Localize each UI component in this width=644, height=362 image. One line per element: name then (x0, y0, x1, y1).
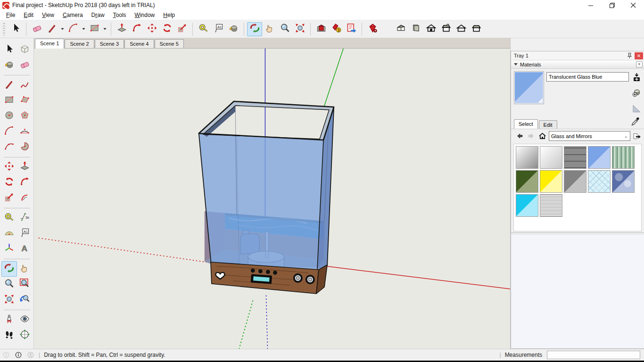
material-swatch-frosted-glass[interactable] (540, 194, 562, 217)
rotate-tool-button[interactable] (1, 175, 17, 190)
scene-tab-3[interactable]: Scene 3 (95, 39, 124, 48)
forward-arrow-icon[interactable] (526, 132, 536, 141)
rotate-tool-button[interactable] (159, 22, 174, 36)
menu-camera[interactable]: Camera (58, 11, 87, 19)
protractor-tool-button[interactable] (1, 226, 17, 241)
pan-tool-button[interactable] (262, 22, 277, 36)
material-swatch-translucent-glass-yellow[interactable] (540, 170, 562, 193)
arc-dropdown-arrow[interactable] (81, 22, 87, 36)
extension-manager-tool-button[interactable] (365, 22, 380, 36)
pie-tool-button[interactable] (17, 140, 33, 155)
create-material-icon[interactable] (631, 87, 642, 100)
details-arrow-icon[interactable] (632, 132, 642, 141)
rectangle-tool-button[interactable] (87, 22, 102, 36)
tray-close-button[interactable]: ✕ (635, 52, 643, 59)
material-name-field[interactable] (546, 72, 629, 82)
dimension-tool-button[interactable]: 3x (17, 210, 33, 226)
zoom-tool-button[interactable] (277, 22, 292, 36)
menu-draw[interactable]: Draw (87, 11, 109, 19)
paint-bucket-tool-button[interactable] (226, 22, 241, 36)
secondary-pane-icon[interactable] (631, 72, 642, 84)
walk-tool-button[interactable] (1, 328, 17, 343)
zoom-extents-tool-button[interactable] (1, 292, 17, 308)
scene-tab-5[interactable]: Scene 5 (155, 39, 184, 48)
menu-tools[interactable]: Tools (109, 11, 131, 19)
line-dropdown-arrow[interactable] (59, 22, 66, 36)
follow-me-tool-button[interactable] (17, 175, 33, 190)
axes-tool-tool-button[interactable] (1, 241, 17, 257)
orbit-tool-button[interactable] (247, 22, 262, 36)
pin-icon[interactable] (625, 52, 634, 59)
info-icon[interactable] (12, 351, 25, 359)
freehand-tool-button[interactable] (17, 77, 33, 93)
arc-tool-button[interactable] (1, 124, 17, 140)
view-left-tool-button[interactable] (469, 22, 484, 36)
eraser-tool-button[interactable] (29, 22, 44, 36)
arc-tool-button[interactable] (66, 22, 81, 36)
move-tool-button[interactable] (1, 159, 17, 175)
menu-help[interactable]: Help (159, 11, 179, 19)
menu-file[interactable]: File (2, 11, 19, 19)
view-top-tool-button[interactable] (408, 22, 423, 36)
material-swatch-translucent-glass-cyan[interactable] (516, 194, 538, 217)
rectangle-tool-button[interactable] (1, 93, 17, 108)
model-canvas[interactable] (34, 49, 510, 349)
rectangle-dropdown-arrow[interactable] (102, 22, 108, 36)
scale-tool-button[interactable] (1, 190, 17, 206)
make-component-tool-button[interactable] (17, 42, 33, 58)
eyedropper-icon[interactable] (630, 116, 641, 129)
text-tool-button[interactable]: A1 (211, 22, 226, 36)
material-swatch-mirror[interactable] (516, 146, 538, 169)
look-around-tool-button[interactable] (17, 312, 33, 328)
measurements-input[interactable] (547, 351, 640, 359)
polygon-tool-button[interactable] (17, 108, 33, 124)
circle-tool-button[interactable] (1, 108, 17, 124)
collection-dropdown[interactable]: Glass and Mirrors ⌄ (549, 131, 630, 141)
geolocation-icon[interactable] (0, 351, 12, 359)
two-point-arc-tool-button[interactable] (17, 124, 33, 140)
view-front-tool-button[interactable] (423, 22, 438, 36)
view-iso-tool-button[interactable] (393, 22, 408, 36)
material-swatch-glass-blocks[interactable] (564, 146, 586, 169)
pan-tool-button[interactable] (17, 261, 33, 277)
tape-measure-tool-button[interactable] (1, 210, 17, 226)
follow-me-tool-button[interactable] (129, 22, 144, 36)
account-icon[interactable] (25, 351, 37, 359)
scene-tab-4[interactable]: Scene 4 (124, 39, 154, 48)
rotated-rectangle-tool-button[interactable] (17, 93, 33, 108)
offset-tool-button[interactable] (17, 190, 33, 206)
material-swatch-translucent-glass-blue[interactable] (588, 146, 611, 169)
menu-window[interactable]: Window (131, 11, 159, 19)
home-icon[interactable] (537, 132, 547, 141)
extension-warehouse-tool-button[interactable]: $ (329, 22, 344, 36)
menu-edit[interactable]: Edit (19, 11, 38, 19)
zoom-tool-button[interactable] (1, 277, 17, 292)
warehouse-3d-tool-button[interactable] (314, 22, 329, 36)
zoom-previous-tool-button[interactable] (17, 292, 33, 308)
orbit-tool-button[interactable] (1, 261, 17, 277)
select-tool-button[interactable] (8, 22, 23, 36)
zoom-extents-tool-button[interactable] (292, 22, 307, 36)
push-pull-tool-button[interactable] (17, 159, 33, 175)
tray-header[interactable]: Tray 1 ✕ (511, 51, 644, 60)
toolbar-drag-handle[interactable] (3, 23, 5, 35)
view-right-tool-button[interactable] (438, 22, 454, 36)
select-tool-button[interactable] (1, 42, 17, 58)
send-to-layout-tool-button[interactable] (344, 22, 359, 36)
materials-close-button[interactable]: × (636, 61, 643, 67)
material-swatch-translucent-glass-sky[interactable] (612, 170, 635, 193)
push-pull-tool-button[interactable] (114, 22, 129, 36)
line-tool-button[interactable] (44, 22, 59, 36)
zoom-window-tool-button[interactable] (17, 277, 33, 292)
position-camera-tool-button[interactable] (1, 312, 17, 328)
section-plane-tool-button[interactable] (17, 328, 33, 343)
materials-header[interactable]: Materials × (511, 60, 644, 69)
material-swatch-translucent-glass-gray[interactable] (564, 170, 586, 193)
scale-tool-button[interactable] (174, 22, 190, 36)
three-d-text-tool-button[interactable]: A (17, 241, 33, 257)
material-swatch-obscure-glass[interactable] (588, 170, 611, 193)
material-swatch-corrugated-glass-green[interactable] (612, 146, 635, 169)
default-material-icon[interactable] (631, 103, 642, 115)
view-back-tool-button[interactable] (454, 22, 469, 36)
tape-measure-tool-button[interactable] (196, 22, 211, 36)
